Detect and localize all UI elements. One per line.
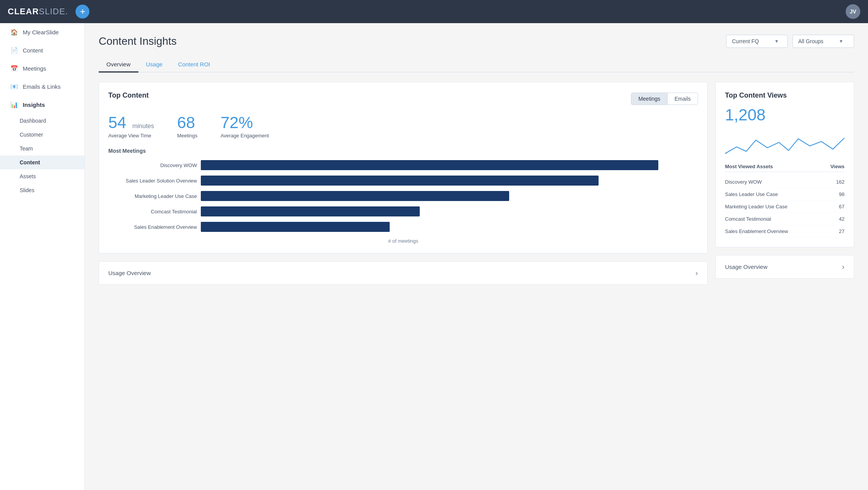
- right-chevron-right-icon: ›: [842, 262, 844, 271]
- sidebar-item-assets[interactable]: Assets: [0, 169, 84, 183]
- app-logo: CLEARSLIDE.: [8, 7, 68, 17]
- top-content-views-card: Top Content Views 1,208 Most Viewed Asse…: [715, 82, 854, 247]
- assets-table: Discovery WOW162Sales Leader Use Case98M…: [725, 176, 844, 238]
- stat-avg-engagement: 72% Average Engagement: [220, 113, 269, 139]
- tab-usage[interactable]: Usage: [138, 57, 170, 73]
- left-column: Top Content Meetings Emails 54 minutes: [99, 82, 708, 285]
- sidebar-item-content-sub[interactable]: Content: [0, 155, 84, 169]
- usage-overview-row: Usage Overview ›: [99, 261, 708, 285]
- home-icon: 🏠: [10, 29, 18, 36]
- period-dropdown-arrow: ▼: [774, 39, 779, 44]
- asset-row: Comcast Testimonial42: [725, 213, 844, 225]
- period-dropdown[interactable]: Current FQ ▼: [726, 35, 788, 48]
- meetings-icon: 📅: [10, 65, 18, 72]
- asset-row: Sales Enablement Overview27: [725, 225, 844, 238]
- bar-row: Comcast Testimonial: [108, 206, 698, 216]
- insights-icon: 📊: [10, 101, 18, 108]
- top-content-views-title: Top Content Views: [725, 91, 844, 100]
- top-content-header: Top Content Meetings Emails: [108, 91, 698, 106]
- group-dropdown[interactable]: All Groups ▼: [792, 35, 854, 48]
- toggle-meetings[interactable]: Meetings: [631, 93, 668, 105]
- bar-row: Sales Leader Solution Overview: [108, 176, 698, 186]
- sidebar-item-emails-links[interactable]: 📧 Emails & Links: [0, 78, 84, 96]
- toggle-emails[interactable]: Emails: [668, 93, 698, 105]
- sidebar: 🏠 My ClearSlide 📄 Content 📅 Meetings 📧 E…: [0, 23, 85, 490]
- sidebar-item-slides[interactable]: Slides: [0, 183, 84, 197]
- sparkline-chart: [725, 129, 844, 156]
- bar-chart: Discovery WOWSales Leader Solution Overv…: [108, 160, 698, 232]
- page-title: Content Insights: [99, 35, 177, 47]
- page-header: Content Insights Current FQ ▼ All Groups…: [99, 35, 854, 48]
- header-controls: Current FQ ▼ All Groups ▼: [726, 35, 854, 48]
- sidebar-item-meetings[interactable]: 📅 Meetings: [0, 59, 84, 78]
- asset-row: Marketing Leader Use Case67: [725, 201, 844, 213]
- x-axis-label: # of meetings: [108, 238, 698, 244]
- sidebar-item-team[interactable]: Team: [0, 142, 84, 155]
- tab-bar: Overview Usage Content ROI: [99, 57, 854, 73]
- tab-content-roi[interactable]: Content ROI: [170, 57, 218, 73]
- main-grid: Top Content Meetings Emails 54 minutes: [99, 82, 854, 285]
- usage-overview-card[interactable]: Usage Overview ›: [99, 261, 708, 285]
- right-usage-overview-label: Usage Overview: [725, 264, 767, 270]
- main-content: Content Insights Current FQ ▼ All Groups…: [85, 23, 868, 490]
- assets-table-header: Most Viewed Assets Views: [725, 164, 844, 172]
- add-button[interactable]: +: [76, 5, 89, 19]
- email-icon: 📧: [10, 83, 18, 90]
- avatar[interactable]: JV: [846, 4, 860, 19]
- top-navigation: CLEARSLIDE. + JV: [0, 0, 868, 23]
- bar-row: Discovery WOW: [108, 160, 698, 170]
- sidebar-item-my-clearslide[interactable]: 🏠 My ClearSlide: [0, 23, 84, 41]
- sidebar-item-dashboard[interactable]: Dashboard: [0, 114, 84, 128]
- sidebar-item-customer[interactable]: Customer: [0, 128, 84, 142]
- tab-overview[interactable]: Overview: [99, 57, 138, 73]
- group-dropdown-arrow: ▼: [839, 39, 843, 44]
- sidebar-item-content[interactable]: 📄 Content: [0, 41, 84, 59]
- toggle-buttons: Meetings Emails: [631, 93, 698, 105]
- bar-row: Marketing Leader Use Case: [108, 191, 698, 201]
- right-column: Top Content Views 1,208 Most Viewed Asse…: [715, 82, 854, 285]
- most-meetings-label: Most Meetings: [108, 148, 698, 154]
- top-content-card: Top Content Meetings Emails 54 minutes: [99, 82, 708, 253]
- asset-row: Sales Leader Use Case98: [725, 188, 844, 201]
- stat-meetings: 68 Meetings: [177, 113, 197, 139]
- chevron-right-icon: ›: [695, 269, 698, 277]
- asset-row: Discovery WOW162: [725, 176, 844, 188]
- stat-avg-view-time: 54 minutes Average View Time: [108, 113, 154, 139]
- views-count: 1,208: [725, 106, 844, 124]
- bar-row: Sales Enablement Overview: [108, 222, 698, 232]
- top-content-title: Top Content: [108, 91, 149, 100]
- sidebar-item-insights[interactable]: 📊 Insights: [0, 96, 84, 114]
- stats-row: 54 minutes Average View Time 68 Meetings: [108, 113, 698, 139]
- content-icon: 📄: [10, 47, 18, 54]
- usage-overview-label: Usage Overview: [108, 270, 151, 276]
- right-usage-overview-card[interactable]: Usage Overview ›: [715, 255, 854, 279]
